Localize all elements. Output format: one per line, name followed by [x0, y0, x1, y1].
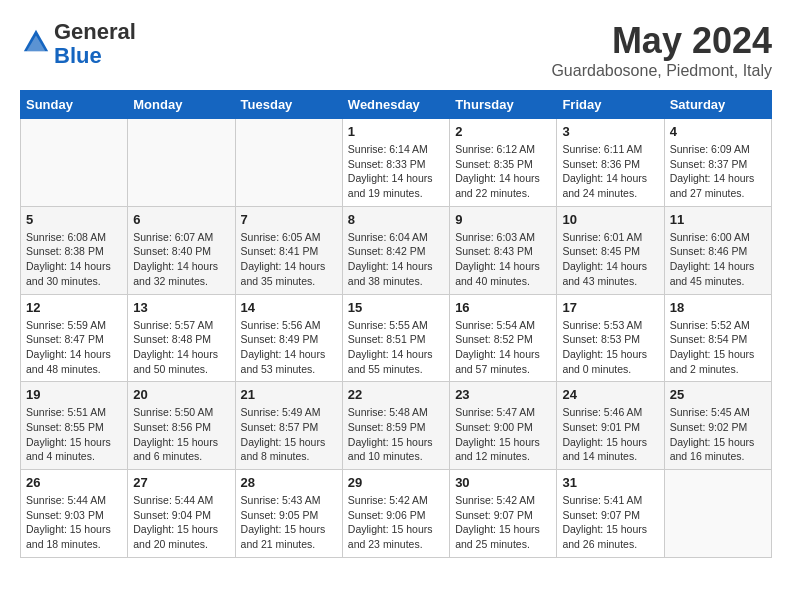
day-number: 11 [670, 212, 766, 227]
day-info: Sunrise: 5:57 AM Sunset: 8:48 PM Dayligh… [133, 318, 229, 377]
day-info: Sunrise: 5:48 AM Sunset: 8:59 PM Dayligh… [348, 405, 444, 464]
day-number: 29 [348, 475, 444, 490]
day-number: 9 [455, 212, 551, 227]
month-title: May 2024 [551, 20, 772, 62]
calendar-week-1: 1Sunrise: 6:14 AM Sunset: 8:33 PM Daylig… [21, 119, 772, 207]
day-info: Sunrise: 5:43 AM Sunset: 9:05 PM Dayligh… [241, 493, 337, 552]
day-info: Sunrise: 6:12 AM Sunset: 8:35 PM Dayligh… [455, 142, 551, 201]
calendar-cell: 1Sunrise: 6:14 AM Sunset: 8:33 PM Daylig… [342, 119, 449, 207]
calendar-header-friday: Friday [557, 91, 664, 119]
calendar-cell: 16Sunrise: 5:54 AM Sunset: 8:52 PM Dayli… [450, 294, 557, 382]
day-info: Sunrise: 5:49 AM Sunset: 8:57 PM Dayligh… [241, 405, 337, 464]
calendar-cell [21, 119, 128, 207]
page-header: General Blue May 2024 Guardabosone, Pied… [20, 20, 772, 80]
calendar-cell [235, 119, 342, 207]
day-info: Sunrise: 5:55 AM Sunset: 8:51 PM Dayligh… [348, 318, 444, 377]
day-number: 2 [455, 124, 551, 139]
calendar-cell: 3Sunrise: 6:11 AM Sunset: 8:36 PM Daylig… [557, 119, 664, 207]
calendar-header-sunday: Sunday [21, 91, 128, 119]
calendar-cell: 31Sunrise: 5:41 AM Sunset: 9:07 PM Dayli… [557, 470, 664, 558]
calendar-cell: 8Sunrise: 6:04 AM Sunset: 8:42 PM Daylig… [342, 206, 449, 294]
day-number: 16 [455, 300, 551, 315]
calendar-cell: 27Sunrise: 5:44 AM Sunset: 9:04 PM Dayli… [128, 470, 235, 558]
day-number: 5 [26, 212, 122, 227]
day-info: Sunrise: 5:42 AM Sunset: 9:06 PM Dayligh… [348, 493, 444, 552]
calendar-cell: 10Sunrise: 6:01 AM Sunset: 8:45 PM Dayli… [557, 206, 664, 294]
day-number: 14 [241, 300, 337, 315]
calendar-cell: 20Sunrise: 5:50 AM Sunset: 8:56 PM Dayli… [128, 382, 235, 470]
day-number: 24 [562, 387, 658, 402]
day-number: 7 [241, 212, 337, 227]
calendar-week-5: 26Sunrise: 5:44 AM Sunset: 9:03 PM Dayli… [21, 470, 772, 558]
calendar-cell: 25Sunrise: 5:45 AM Sunset: 9:02 PM Dayli… [664, 382, 771, 470]
day-number: 26 [26, 475, 122, 490]
day-number: 10 [562, 212, 658, 227]
day-info: Sunrise: 5:50 AM Sunset: 8:56 PM Dayligh… [133, 405, 229, 464]
calendar-cell: 22Sunrise: 5:48 AM Sunset: 8:59 PM Dayli… [342, 382, 449, 470]
day-number: 27 [133, 475, 229, 490]
calendar-header-tuesday: Tuesday [235, 91, 342, 119]
calendar-cell: 7Sunrise: 6:05 AM Sunset: 8:41 PM Daylig… [235, 206, 342, 294]
calendar-cell: 21Sunrise: 5:49 AM Sunset: 8:57 PM Dayli… [235, 382, 342, 470]
day-number: 15 [348, 300, 444, 315]
day-info: Sunrise: 5:44 AM Sunset: 9:04 PM Dayligh… [133, 493, 229, 552]
day-number: 12 [26, 300, 122, 315]
calendar-cell: 13Sunrise: 5:57 AM Sunset: 8:48 PM Dayli… [128, 294, 235, 382]
day-info: Sunrise: 5:51 AM Sunset: 8:55 PM Dayligh… [26, 405, 122, 464]
day-info: Sunrise: 5:56 AM Sunset: 8:49 PM Dayligh… [241, 318, 337, 377]
location-text: Guardabosone, Piedmont, Italy [551, 62, 772, 80]
calendar-cell: 4Sunrise: 6:09 AM Sunset: 8:37 PM Daylig… [664, 119, 771, 207]
calendar-cell [128, 119, 235, 207]
calendar-cell: 18Sunrise: 5:52 AM Sunset: 8:54 PM Dayli… [664, 294, 771, 382]
calendar-cell: 24Sunrise: 5:46 AM Sunset: 9:01 PM Dayli… [557, 382, 664, 470]
calendar-cell: 23Sunrise: 5:47 AM Sunset: 9:00 PM Dayli… [450, 382, 557, 470]
day-info: Sunrise: 6:03 AM Sunset: 8:43 PM Dayligh… [455, 230, 551, 289]
day-number: 21 [241, 387, 337, 402]
day-info: Sunrise: 5:42 AM Sunset: 9:07 PM Dayligh… [455, 493, 551, 552]
calendar-cell: 26Sunrise: 5:44 AM Sunset: 9:03 PM Dayli… [21, 470, 128, 558]
day-number: 22 [348, 387, 444, 402]
day-info: Sunrise: 5:45 AM Sunset: 9:02 PM Dayligh… [670, 405, 766, 464]
calendar-header-thursday: Thursday [450, 91, 557, 119]
calendar-week-3: 12Sunrise: 5:59 AM Sunset: 8:47 PM Dayli… [21, 294, 772, 382]
calendar-table: SundayMondayTuesdayWednesdayThursdayFrid… [20, 90, 772, 558]
day-info: Sunrise: 6:00 AM Sunset: 8:46 PM Dayligh… [670, 230, 766, 289]
calendar-cell: 14Sunrise: 5:56 AM Sunset: 8:49 PM Dayli… [235, 294, 342, 382]
day-info: Sunrise: 5:47 AM Sunset: 9:00 PM Dayligh… [455, 405, 551, 464]
day-info: Sunrise: 6:08 AM Sunset: 8:38 PM Dayligh… [26, 230, 122, 289]
calendar-week-4: 19Sunrise: 5:51 AM Sunset: 8:55 PM Dayli… [21, 382, 772, 470]
day-number: 25 [670, 387, 766, 402]
calendar-header-monday: Monday [128, 91, 235, 119]
logo: General Blue [20, 20, 136, 68]
day-number: 6 [133, 212, 229, 227]
day-number: 1 [348, 124, 444, 139]
calendar-cell: 29Sunrise: 5:42 AM Sunset: 9:06 PM Dayli… [342, 470, 449, 558]
calendar-cell: 11Sunrise: 6:00 AM Sunset: 8:46 PM Dayli… [664, 206, 771, 294]
day-number: 20 [133, 387, 229, 402]
day-info: Sunrise: 6:05 AM Sunset: 8:41 PM Dayligh… [241, 230, 337, 289]
calendar-week-2: 5Sunrise: 6:08 AM Sunset: 8:38 PM Daylig… [21, 206, 772, 294]
day-number: 3 [562, 124, 658, 139]
calendar-cell: 12Sunrise: 5:59 AM Sunset: 8:47 PM Dayli… [21, 294, 128, 382]
calendar-body: 1Sunrise: 6:14 AM Sunset: 8:33 PM Daylig… [21, 119, 772, 558]
day-info: Sunrise: 5:44 AM Sunset: 9:03 PM Dayligh… [26, 493, 122, 552]
day-number: 31 [562, 475, 658, 490]
day-number: 30 [455, 475, 551, 490]
day-info: Sunrise: 5:52 AM Sunset: 8:54 PM Dayligh… [670, 318, 766, 377]
day-number: 19 [26, 387, 122, 402]
logo-general-text: General [54, 19, 136, 44]
day-info: Sunrise: 6:01 AM Sunset: 8:45 PM Dayligh… [562, 230, 658, 289]
logo-blue-text: Blue [54, 43, 102, 68]
calendar-cell: 5Sunrise: 6:08 AM Sunset: 8:38 PM Daylig… [21, 206, 128, 294]
day-number: 28 [241, 475, 337, 490]
day-number: 13 [133, 300, 229, 315]
day-info: Sunrise: 5:41 AM Sunset: 9:07 PM Dayligh… [562, 493, 658, 552]
day-info: Sunrise: 5:59 AM Sunset: 8:47 PM Dayligh… [26, 318, 122, 377]
day-number: 23 [455, 387, 551, 402]
day-number: 8 [348, 212, 444, 227]
day-info: Sunrise: 6:09 AM Sunset: 8:37 PM Dayligh… [670, 142, 766, 201]
calendar-cell: 9Sunrise: 6:03 AM Sunset: 8:43 PM Daylig… [450, 206, 557, 294]
day-number: 17 [562, 300, 658, 315]
day-info: Sunrise: 6:14 AM Sunset: 8:33 PM Dayligh… [348, 142, 444, 201]
day-info: Sunrise: 6:11 AM Sunset: 8:36 PM Dayligh… [562, 142, 658, 201]
